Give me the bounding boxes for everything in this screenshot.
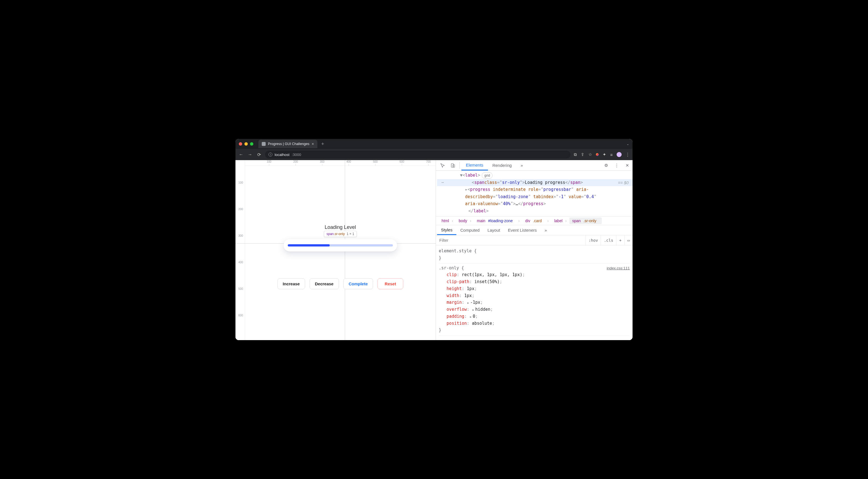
style-rule[interactable]: element.style { } [439,247,630,263]
styles-filter-input[interactable] [436,238,586,243]
subtab-layout[interactable]: Layout [484,225,504,235]
bookmark-icon[interactable]: ☆ [588,152,592,157]
progress-track [288,244,393,247]
dom-node[interactable]: ▸<progress indeterminate role="progressb… [437,186,632,193]
close-devtools-icon[interactable]: ✕ [622,160,632,170]
subtab-event-listeners[interactable]: Event Listeners [504,225,540,235]
kebab-menu-icon[interactable]: ⋮ [625,152,630,157]
ruler-tick: 100 [236,181,245,184]
toolbar-actions: ⧉ ⇪ ☆ ✦ ≡ ⋮ [574,152,630,157]
cls-toggle[interactable]: .cls [601,235,616,245]
layout-badge[interactable]: grid [482,172,492,179]
reset-button[interactable]: Reset [377,278,403,289]
new-tab-button[interactable]: + [321,141,324,147]
open-external-icon[interactable]: ⧉ [574,152,577,157]
page-viewport: 100 200 300 400 500 600 700 100 200 300 … [236,160,436,340]
address-bar[interactable]: i localhost:3000 [265,151,570,158]
share-icon[interactable]: ⇪ [581,152,584,157]
loading-heading: Loading Level [325,224,356,230]
forward-button[interactable]: → [247,152,253,157]
dom-node-selected[interactable]: ⋯<span class="sr-only">Loading progress<… [437,179,632,186]
page-content: Loading Level span.sr-only 1 × 1 Increas… [245,166,436,340]
style-declaration[interactable]: clip: rect(1px, 1px, 1px, 1px); [439,272,630,278]
window-menu-chevron-icon[interactable]: ⌄ [626,142,629,146]
browser-window: Progress | GUI Challenges × + ⌄ ← → ⟳ i … [236,139,632,340]
inspect-tool-icon[interactable] [438,160,448,170]
settings-icon[interactable]: ⚙ [601,160,611,170]
tab-rendering[interactable]: Rendering [488,160,516,170]
ruler-vertical: 100 200 300 400 500 600 [236,160,245,340]
dom-node[interactable]: aria-valuenow="40%">…</progress> [437,200,632,207]
profile-avatar[interactable] [617,152,622,157]
style-declaration[interactable]: height: 1px; [439,285,630,292]
style-declaration[interactable]: padding: ▶0; [439,313,630,320]
tab-title: Progress | GUI Challenges [268,142,309,146]
ruler-horizontal: 100 200 300 400 500 600 700 [236,160,436,166]
progress-fill [288,244,330,247]
kebab-icon[interactable]: ⋮ [611,160,622,170]
bc-item[interactable]: html [439,217,456,224]
extensions-menu-icon[interactable]: ✦ [602,152,606,157]
tooltip-tag: span [327,232,334,236]
window-close[interactable] [239,142,242,146]
reading-list-icon[interactable]: ≡ [610,152,613,157]
bc-item[interactable]: body [456,217,474,224]
console-ref: == $0 [618,179,630,186]
bc-item[interactable]: main#loading-zone [474,217,522,224]
ruler-tick: 300 [320,160,325,163]
dom-tree[interactable]: ▼<label>grid ⋯<span class="sr-only">Load… [436,171,632,216]
device-toggle-icon[interactable] [448,160,458,170]
dom-node[interactable]: </label> [437,207,632,215]
subtab-styles[interactable]: Styles [437,225,456,235]
style-declaration[interactable]: margin: ▶-1px; [439,299,630,306]
traffic-lights [239,142,253,146]
extension-icon[interactable] [596,153,599,156]
window-minimize[interactable] [244,142,248,146]
complete-button[interactable]: Complete [343,278,373,289]
ruler-tick: 500 [373,160,378,163]
styles-pane[interactable]: element.style { } .sr-only { index.css:1… [436,245,632,340]
subtab-more[interactable]: » [541,225,551,235]
bc-item-selected[interactable]: span.sr-only [569,217,602,224]
breadcrumb[interactable]: html body main#loading-zone div.card lab… [436,216,632,225]
dom-node[interactable]: ▼<label>grid [437,172,632,179]
inspect-tooltip: span.sr-only 1 × 1 [324,231,357,237]
devtools: Elements Rendering » ⚙ ⋮ ✕ ▼<label>grid … [436,160,632,340]
back-button[interactable]: ← [238,152,244,157]
hov-toggle[interactable]: :hov [586,235,601,245]
style-declaration[interactable]: overflow: ▶hidden; [439,306,630,313]
devtools-tabs: Elements Rendering » ⚙ ⋮ ✕ [436,160,632,171]
ruler-tick: 100 [267,160,272,163]
tab-close-icon[interactable]: × [312,142,314,146]
url-host: localhost [275,153,289,157]
content-split: 100 200 300 400 500 600 700 100 200 300 … [236,160,632,340]
toggle-sidebar-icon[interactable]: ▭ [624,235,632,245]
ruler-tick: 200 [293,160,298,163]
browser-tab[interactable]: Progress | GUI Challenges × [258,140,317,148]
styles-tabs: Styles Computed Layout Event Listeners » [436,225,632,235]
decrease-button[interactable]: Decrease [310,278,339,289]
style-declaration[interactable]: position: absolute; [439,320,630,327]
rule-source-link[interactable]: index.css:111 [607,265,630,272]
tab-elements[interactable]: Elements [461,160,488,170]
bc-item[interactable]: div.card [522,217,552,224]
toolbar: ← → ⟳ i localhost:3000 ⧉ ⇪ ☆ ✦ ≡ ⋮ [236,149,632,160]
tooltip-cls: .sr-only [334,232,345,236]
controls-row: Increase Decrease Complete Reset [277,278,403,289]
new-rule-button[interactable]: + [616,235,624,245]
style-declaration[interactable]: clip-path: inset(50%); [439,278,630,285]
tab-more[interactable]: » [516,160,527,170]
subtab-computed[interactable]: Computed [456,225,484,235]
bc-item[interactable]: label [552,217,569,224]
ruler-tick: 200 [236,207,245,211]
url-port: :3000 [292,153,301,157]
site-info-icon[interactable]: i [269,153,272,157]
style-rule[interactable]: .sr-only { index.css:111 clip: rect(1px,… [439,263,630,336]
ruler-tick: 700 [426,160,431,163]
window-maximize[interactable] [250,142,253,146]
style-declaration[interactable]: width: 1px; [439,292,630,299]
ruler-tick: 400 [236,261,245,264]
increase-button[interactable]: Increase [277,278,305,289]
reload-button[interactable]: ⟳ [256,152,262,157]
dom-node[interactable]: describedby="loading-zone" tabindex="-1"… [437,193,632,201]
